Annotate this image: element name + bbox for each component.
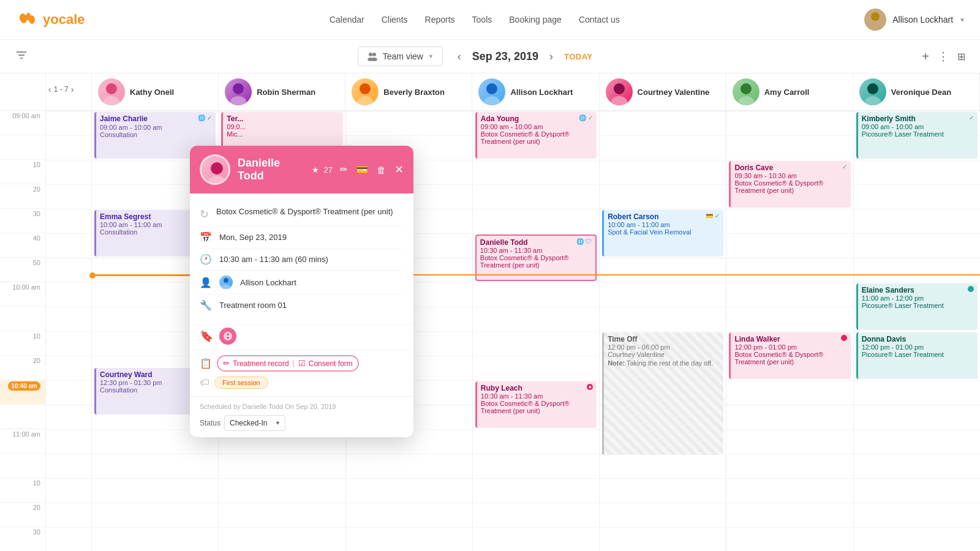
- time-slot: 10: [0, 331, 45, 355]
- status-select[interactable]: Checked-In Scheduled Completed No Show C…: [224, 415, 285, 431]
- filter-button[interactable]: [15, 48, 28, 65]
- appt-kimberly-smith[interactable]: Kimberly Smith ✓ 09:00 am - 10:00 am Pic…: [856, 112, 978, 159]
- nav-booking[interactable]: Booking page: [509, 15, 562, 24]
- docs-ring: ✏ Treatment record | ☑ Consent form: [217, 355, 359, 372]
- time-slot: [0, 453, 45, 478]
- treatment-record-icon: ✏: [223, 359, 230, 368]
- appt-doris-cave[interactable]: Doris Cave ✓ 09:30 am - 10:30 am Botox C…: [729, 161, 850, 208]
- popup-provider-text: Allison Lockhart: [240, 278, 296, 287]
- staff-avatar-beverly: [352, 78, 379, 105]
- staff-header-courtney: Courtney Valentine: [600, 73, 726, 110]
- nav-clients[interactable]: Clients: [382, 15, 408, 24]
- time-slot: [0, 404, 45, 429]
- svg-point-15: [233, 83, 244, 94]
- room-icon: 🔧: [200, 299, 212, 311]
- time-slot: 20: [0, 355, 45, 380]
- svg-point-29: [224, 278, 228, 283]
- status-select-wrapper: Checked-In Scheduled Completed No Show C…: [224, 415, 285, 431]
- grid-view-button[interactable]: ⊞: [957, 51, 965, 62]
- team-view-button[interactable]: Team view ▼: [358, 47, 443, 66]
- popup-icons-row: 🔖: [190, 324, 413, 350]
- calendar-icon: 📅: [200, 231, 212, 243]
- nav-reports[interactable]: Reports: [425, 15, 455, 24]
- more-button[interactable]: ⋮: [938, 50, 949, 63]
- staff-avatar-amy: [733, 78, 760, 105]
- appt-time-off[interactable]: Time Off 12:00 pm - 06:00 pm Courtney Va…: [602, 332, 723, 455]
- staff-avatar-kathy: [98, 78, 125, 105]
- svg-point-18: [357, 96, 373, 105]
- next-range[interactable]: ›: [71, 84, 74, 94]
- staff-header-robin: Robin Sherman: [219, 73, 345, 110]
- popup-delete-button[interactable]: 🗑: [377, 165, 386, 175]
- consent-form-button[interactable]: ☑ Consent form: [298, 359, 353, 368]
- appt-ada-young[interactable]: Ada Young 🌐 ✓ 09:00 am - 10:00 am Botox …: [475, 112, 597, 159]
- user-dropdown-icon[interactable]: ▼: [959, 17, 965, 23]
- nav-links: Calendar Clients Reports Tools Booking p…: [330, 15, 620, 24]
- globe-icon[interactable]: [219, 328, 236, 345]
- svg-point-26: [865, 96, 881, 105]
- svg-point-27: [211, 162, 223, 174]
- svg-point-13: [106, 83, 117, 94]
- user-area: Allison Lockhart ▼: [864, 9, 965, 31]
- user-name[interactable]: Allison Lockhart: [892, 15, 953, 24]
- staff-name-beverly: Beverly Braxton: [383, 88, 445, 97]
- staff-name-courtney: Courtney Valentine: [638, 88, 710, 97]
- popup-card-button[interactable]: 💳: [356, 164, 368, 175]
- avatar-icon: [864, 9, 886, 31]
- first-session-button[interactable]: First session: [214, 377, 268, 389]
- calendar-container: 09:00 am 10 20 30 40 50 10:00 am 10 20 1…: [0, 73, 980, 551]
- nav-calendar[interactable]: Calendar: [330, 15, 364, 24]
- prev-range[interactable]: ‹: [48, 84, 51, 94]
- toolbar-right: + ⋮ ⊞: [922, 50, 965, 64]
- today-button[interactable]: TODAY: [564, 52, 593, 61]
- staff-header-veronique: Veronique Dean: [853, 73, 980, 110]
- logo-icon: [15, 7, 39, 32]
- svg-point-24: [738, 96, 754, 105]
- treatment-record-label: Treatment record: [233, 359, 289, 368]
- appt-ruby-leach[interactable]: Ruby Leach ● 10:30 am - 11:30 am Botox C…: [475, 381, 597, 428]
- staff-name-allison: Allison Lockhart: [510, 88, 573, 97]
- staff-header-allison: Allison Lockhart: [472, 73, 599, 110]
- popup-service-text: Botox Cosmetic® & Dysport® Treatment (pe…: [216, 207, 393, 216]
- bookmark-icon[interactable]: 🔖: [200, 329, 213, 343]
- nav-tools[interactable]: Tools: [472, 15, 492, 24]
- staff-name-veronique: Veronique Dean: [891, 88, 951, 97]
- popup-header: Danielle Todd ★ 27 ✏ 💳 🗑 ✕: [190, 146, 413, 193]
- popup-action-buttons: ✏ 💳 🗑 ✕: [340, 163, 404, 176]
- staff-header-amy: Amy Carroll: [726, 73, 853, 110]
- svg-point-19: [486, 83, 497, 94]
- consent-form-icon: ☑: [298, 359, 306, 368]
- time-slot: 10: [0, 159, 45, 184]
- tag-icon: 🏷: [200, 377, 209, 388]
- time-slot: 09:00 am: [0, 110, 45, 135]
- appt-robert-carson[interactable]: Robert Carson 💳 ✓ 10:00 am - 11:00 am Sp…: [602, 210, 723, 257]
- next-date-button[interactable]: ›: [547, 48, 556, 66]
- appt-donna-davis[interactable]: Donna Davis 12:00 pm - 01:00 pm Picosure…: [856, 332, 978, 379]
- staff-name-kathy: Kathy Oneil: [130, 88, 174, 97]
- svg-point-25: [867, 83, 878, 94]
- appt-linda-walker[interactable]: Linda Walker 12:00 pm - 01:00 pm Botox C…: [729, 332, 850, 379]
- time-slot: 11:00 am: [0, 429, 45, 453]
- svg-point-5: [869, 22, 882, 31]
- top-nav: yocale Calendar Clients Reports Tools Bo…: [0, 0, 980, 40]
- popup-close-button[interactable]: ✕: [394, 163, 404, 176]
- toolbar: Team view ▼ ‹ Sep 23, 2019 › TODAY + ⋮ ⊞: [0, 40, 980, 73]
- popup-star-count: 27: [324, 165, 333, 174]
- team-view-chevron: ▼: [428, 53, 434, 59]
- add-button[interactable]: +: [922, 50, 929, 64]
- treatment-record-button[interactable]: ✏ Treatment record: [223, 359, 289, 368]
- appt-elaine-sanders[interactable]: Elaine Sanders 11:00 am - 12:00 pm Picos…: [856, 283, 978, 330]
- time-slot: 50: [0, 257, 45, 282]
- appt-danielle-todd[interactable]: Danielle Todd 🌐 🛡 10:30 am - 11:30 am Bo…: [475, 234, 597, 281]
- time-slot: 10: [0, 478, 45, 502]
- nav-contact[interactable]: Contact us: [579, 15, 620, 24]
- range-text: 1 - 7: [54, 85, 69, 94]
- popup-footer: Scheduled by Danielle Todd On Sep 20, 20…: [190, 396, 413, 437]
- range-indicator: ‹ 1 - 7 ›: [48, 84, 74, 94]
- popup-scheduled-by: Scheduled by Danielle Todd On Sep 20, 20…: [200, 403, 336, 410]
- prev-date-button[interactable]: ‹: [455, 48, 464, 66]
- time-slot: 40: [0, 233, 45, 257]
- popup-edit-button[interactable]: ✏: [340, 164, 348, 175]
- appointment-popup: Danielle Todd ★ 27 ✏ 💳 🗑 ✕ ↻ Botox Cosme…: [190, 146, 413, 437]
- logo[interactable]: yocale: [15, 7, 85, 32]
